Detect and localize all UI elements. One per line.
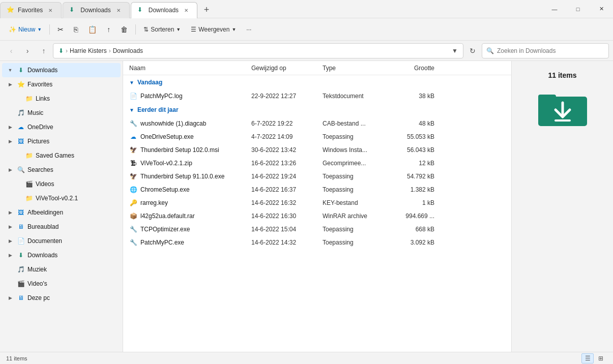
file-name-chrome: 🌐 ChromeSetup.exe [129,186,251,194]
file-icon-thunderbird91: 🦅 [129,172,137,180]
col-modified-header[interactable]: Gewijzigd op [251,65,323,72]
documenten-icon: 📄 [16,236,25,246]
file-row[interactable]: 📦 l42g52ua.default.rar 14-6-2022 16:30 W… [123,209,511,223]
col-size-header[interactable]: Grootte [384,65,434,72]
share-button[interactable]: ↑ [102,21,115,38]
file-name-rarreg: 🔑 rarreg.key [129,199,251,207]
file-type-diagcab: CAB-bestand ... [323,120,384,127]
file-list: Naam Gewijzigd op Type Grootte ▼ Vandaag… [123,61,511,352]
file-name-rar: 📦 l42g52ua.default.rar [129,212,251,220]
sidebar-item-bureaublad[interactable]: ▶ 🖥 Bureaublad [2,220,121,234]
sidebar-chevron-favorites: ▶ [6,80,14,88]
tab-favorites[interactable]: ⭐ Favorites ✕ [0,2,62,18]
sidebar-label-bureaublad: Bureaublad [27,223,59,230]
add-tab-button[interactable]: + [198,2,215,18]
delete-button[interactable]: 🗑 [116,21,132,38]
view-button[interactable]: ☰ Weergeven ▼ [186,21,241,38]
tab-favorites-close[interactable]: ✕ [46,6,55,15]
address-path[interactable]: ⬇ › Harrie Kisters › Downloads ▼ [53,43,463,58]
col-name-header[interactable]: Naam [129,65,251,72]
sidebar-chevron-bureaublad: ▶ [6,223,14,231]
new-chevron-icon: ▼ [37,27,42,32]
tab-downloads2-close[interactable]: ✕ [182,6,191,15]
file-type-patchmypc-exe: Toepassing [323,239,384,246]
path-chevron-icon[interactable]: ▼ [452,47,458,54]
group-label-vandaag: Vandaag [137,79,162,86]
sidebar-item-music[interactable]: 🎵 Music [2,106,121,120]
paste-button[interactable]: 📋 [83,21,101,38]
sidebar-item-saved-games[interactable]: 📁 Saved Games [2,148,121,163]
muziek-icon: 🎵 [16,265,25,274]
sidebar-item-vivetool[interactable]: 📁 ViVeTool-v0.2.1 [2,191,121,205]
delete-icon: 🗑 [121,25,128,34]
deze-pc-icon: 🖥 [16,293,25,302]
path-user[interactable]: Harrie Kisters [70,47,107,54]
forward-button[interactable]: › [20,44,35,58]
close-button[interactable]: ✕ [590,0,613,18]
file-type-vivetool: Gecomprimee... [323,160,384,167]
sidebar-item-downloads2[interactable]: ▶ ⬇ Downloads [2,248,121,262]
file-row[interactable]: 🗜 ViVeTool-v0.2.1.zip 16-6-2022 13:26 Ge… [123,157,511,170]
back-button[interactable]: ‹ [4,44,18,58]
more-button[interactable]: ··· [242,21,256,38]
file-row[interactable]: 🦅 Thunderbird Setup 102.0.msi 30-6-2022 … [123,143,511,157]
tab-downloads1-close[interactable]: ✕ [114,6,123,15]
view-list-button[interactable]: ☰ [581,353,594,363]
file-icon-tcp: 🔧 [129,225,137,233]
group-header-eerder[interactable]: ▼ Eerder dit jaar [123,103,511,117]
folder-icon-svg [537,87,588,128]
path-downloads[interactable]: Downloads [113,47,143,54]
downloads-icon: ⬇ [16,66,25,75]
cut-button[interactable]: ✂ [53,21,68,38]
file-row[interactable]: 🔧 PatchMyPC.exe 14-6-2022 14:32 Toepassi… [123,236,511,249]
search-input[interactable] [497,47,604,54]
copy-button[interactable]: ⎘ [69,21,82,38]
sidebar-item-onedrive[interactable]: ▶ ☁ OneDrive [2,120,121,134]
file-size-diagcab: 48 kB [384,120,434,127]
sort-icon: ⇅ [143,26,149,33]
sidebar-chevron-pictures: ▶ [6,137,14,145]
sort-button[interactable]: ⇅ Sorteren ▼ [139,21,185,38]
sidebar-item-deze-pc[interactable]: ▶ 🖥 Deze pc [2,291,121,305]
sidebar-item-links[interactable]: 📁 Links [2,92,121,106]
group-header-vandaag[interactable]: ▼ Vandaag [123,75,511,89]
file-row[interactable]: 🔧 wushowhide (1).diagcab 6-7-2022 19:22 … [123,117,511,130]
sidebar-item-afbeeldingen[interactable]: ▶ 🖼 Afbeeldingen [2,205,121,220]
col-type-header[interactable]: Type [323,65,384,72]
main-area: ▼ ⬇ Downloads ▶ ⭐ Favorites 📁 Links 🎵 Mu… [0,61,613,352]
file-name-tcp: 🔧 TCPOptimizer.exe [129,225,251,233]
file-row[interactable]: 🦅 Thunderbird Setup 91.10.0.exe 14-6-202… [123,170,511,183]
file-modified-patchmypc-exe: 14-6-2022 14:32 [251,239,323,246]
file-size-patchmypc-exe: 3.092 kB [384,239,434,246]
file-row[interactable]: 🔑 rarreg.key 14-6-2022 16:32 KEY-bestand… [123,196,511,209]
new-button[interactable]: ✨ Nieuw ▼ [4,21,46,38]
tab-downloads2[interactable]: ⬇ Downloads ✕ [131,2,197,18]
sidebar-item-favorites[interactable]: ▶ ⭐ Favorites [2,77,121,92]
sidebar-item-muziek[interactable]: 🎵 Muziek [2,262,121,277]
file-row[interactable]: ☁ OneDriveSetup.exe 4-7-2022 14:09 Toepa… [123,130,511,143]
file-row[interactable]: 🌐 ChromeSetup.exe 14-6-2022 16:37 Toepas… [123,183,511,196]
sidebar-item-pictures[interactable]: ▶ 🖼 Pictures [2,134,121,148]
sidebar-label-documenten: Documenten [27,237,62,245]
sidebar-item-downloads[interactable]: ▼ ⬇ Downloads [2,63,121,77]
up-button[interactable]: ↑ [37,44,51,58]
sidebar-item-videos2[interactable]: 🎬 Video's [2,277,121,291]
minimize-button[interactable]: — [543,0,566,18]
file-icon-patchmypc-log: 📄 [129,92,137,100]
file-row[interactable]: 📄 PatchMyPC.log 22-9-2022 12:27 Tekstdoc… [123,89,511,103]
sidebar-item-searches[interactable]: ▶ 🔍 Searches [2,163,121,177]
file-row[interactable]: 🔧 TCPOptimizer.exe 14-6-2022 15:04 Toepa… [123,223,511,236]
sidebar-item-videos[interactable]: 🎬 Videos [2,177,121,191]
copy-icon: ⎘ [74,25,78,34]
sidebar-item-documenten[interactable]: ▶ 📄 Documenten [2,234,121,248]
file-icon-rarreg: 🔑 [129,199,137,207]
refresh-button[interactable]: ↻ [465,44,480,58]
sidebar-label-searches: Searches [27,166,53,173]
svg-rect-1 [538,95,556,101]
maximize-button[interactable]: □ [566,0,590,18]
file-name-vivetool: 🗜 ViVeTool-v0.2.1.zip [129,159,251,167]
group-chevron-eerder: ▼ [129,107,134,113]
tab-downloads1[interactable]: ⬇ Downloads ✕ [63,2,129,18]
view-grid-button[interactable]: ⊞ [595,353,607,363]
file-size-thunderbird91: 54.792 kB [384,173,434,180]
